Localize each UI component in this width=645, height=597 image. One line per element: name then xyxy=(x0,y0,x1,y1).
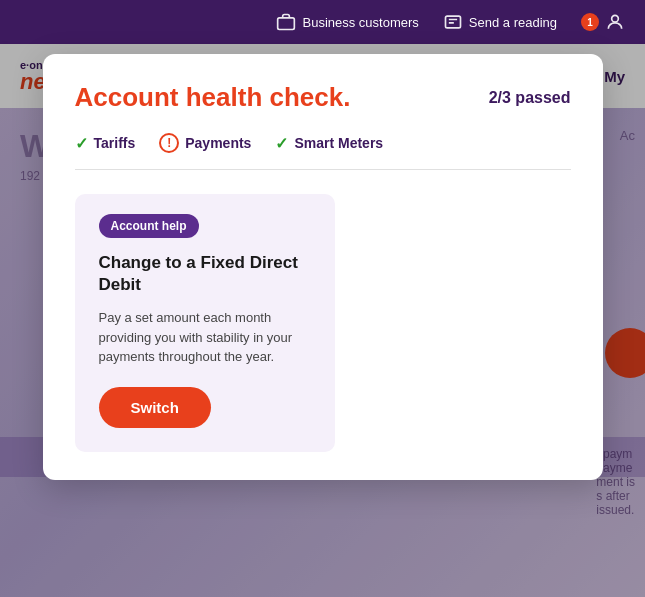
switch-button[interactable]: Switch xyxy=(99,387,211,428)
health-check-modal: Account health check. 2/3 passed ✓ Tarif… xyxy=(43,54,603,480)
notification-area[interactable]: 1 xyxy=(581,12,625,32)
meter-icon xyxy=(443,12,463,32)
card-description: Pay a set amount each month providing yo… xyxy=(99,308,311,367)
modal-title: Account health check. xyxy=(75,82,351,113)
notification-badge: 1 xyxy=(581,13,599,31)
passed-count: 2/3 passed xyxy=(489,89,571,107)
check-smart-meters-label: Smart Meters xyxy=(294,135,383,151)
check-payments-label: Payments xyxy=(185,135,251,151)
card-title: Change to a Fixed Direct Debit xyxy=(99,252,311,296)
checkmark-icon: ✓ xyxy=(275,134,288,153)
business-customers-link[interactable]: Business customers xyxy=(276,12,418,32)
warning-icon: ! xyxy=(159,133,179,153)
svg-point-2 xyxy=(612,15,619,22)
top-bar: Business customers Send a reading 1 xyxy=(0,0,645,44)
briefcase-icon xyxy=(276,12,296,32)
modal-header: Account health check. 2/3 passed xyxy=(75,82,571,113)
send-reading-link[interactable]: Send a reading xyxy=(443,12,557,32)
account-help-card: Account help Change to a Fixed Direct De… xyxy=(75,194,335,452)
account-icon xyxy=(605,12,625,32)
checkmark-icon: ✓ xyxy=(75,134,88,153)
business-customers-label: Business customers xyxy=(302,15,418,30)
card-badge: Account help xyxy=(99,214,199,238)
check-tariffs-label: Tariffs xyxy=(94,135,136,151)
send-reading-label: Send a reading xyxy=(469,15,557,30)
modal-overlay: Account health check. 2/3 passed ✓ Tarif… xyxy=(0,44,645,597)
svg-rect-0 xyxy=(278,18,295,30)
check-payments: ! Payments xyxy=(159,133,251,153)
check-tariffs: ✓ Tariffs xyxy=(75,134,136,153)
checks-row: ✓ Tariffs ! Payments ✓ Smart Meters xyxy=(75,133,571,170)
check-smart-meters: ✓ Smart Meters xyxy=(275,134,383,153)
